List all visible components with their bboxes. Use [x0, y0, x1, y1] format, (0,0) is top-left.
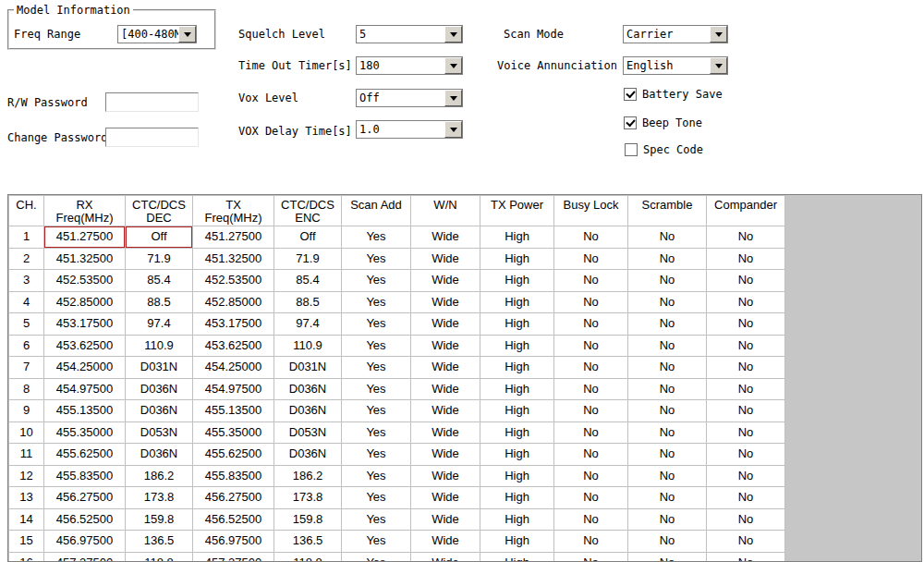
grid-cell[interactable]: No	[554, 444, 628, 466]
grid-cell[interactable]: No	[628, 444, 707, 466]
grid-cell[interactable]: No	[628, 552, 707, 562]
column-header[interactable]: Scan Add	[342, 196, 411, 226]
chevron-down-icon[interactable]	[444, 26, 462, 43]
grid-cell[interactable]: 453.62500	[193, 335, 274, 357]
grid-cell[interactable]: No	[707, 552, 785, 562]
grid-cell[interactable]: 118.8	[126, 552, 193, 562]
grid-cell[interactable]: No	[554, 400, 628, 422]
grid-cell[interactable]: High	[480, 508, 554, 531]
squelch-level-select[interactable]: 5	[356, 25, 463, 43]
grid-cell[interactable]: No	[707, 531, 785, 553]
grid-cell[interactable]: High	[480, 552, 554, 562]
grid-cell[interactable]: Wide	[411, 291, 480, 313]
grid-cell[interactable]: No	[554, 531, 628, 553]
row-header[interactable]: 16	[9, 552, 44, 562]
grid-cell[interactable]: No	[554, 552, 628, 562]
grid-cell[interactable]: No	[707, 400, 785, 422]
grid-cell[interactable]: Wide	[411, 248, 480, 270]
grid-cell[interactable]: No	[628, 248, 707, 270]
row-header[interactable]: 11	[9, 444, 44, 466]
row-header[interactable]: 13	[9, 487, 44, 509]
grid-cell[interactable]: 451.27500	[44, 226, 126, 249]
grid-cell[interactable]: No	[628, 313, 707, 336]
spec-code-checkbox[interactable]: Spec Code	[625, 143, 703, 156]
grid-cell[interactable]: 455.83500	[44, 465, 126, 487]
column-header[interactable]: CH.	[9, 196, 44, 226]
column-header[interactable]: Busy Lock	[554, 196, 628, 226]
grid-cell[interactable]: D036N	[126, 400, 193, 422]
grid-cell[interactable]: 85.4	[274, 270, 342, 292]
grid-cell[interactable]: D036N	[274, 400, 342, 422]
grid-cell[interactable]: High	[480, 378, 554, 400]
grid-cell[interactable]: Wide	[411, 531, 480, 553]
grid-cell[interactable]: Yes	[342, 508, 411, 531]
change-password-input[interactable]	[105, 128, 199, 147]
grid-cell[interactable]: No	[707, 444, 785, 466]
grid-cell[interactable]: 85.4	[126, 270, 193, 292]
grid-cell[interactable]: 454.97500	[193, 378, 274, 400]
grid-cell[interactable]: No	[707, 465, 785, 487]
grid-cell[interactable]: No	[628, 422, 707, 444]
grid-cell[interactable]: No	[628, 400, 707, 422]
column-header[interactable]: Scramble	[628, 196, 707, 226]
grid-cell[interactable]: High	[480, 531, 554, 553]
grid-cell[interactable]: Wide	[411, 335, 480, 357]
row-header[interactable]: 1	[9, 226, 44, 249]
grid-cell[interactable]: Wide	[411, 552, 480, 562]
grid-cell[interactable]: High	[480, 313, 554, 336]
grid-cell[interactable]: No	[628, 487, 707, 509]
column-header[interactable]: Compander	[707, 196, 785, 226]
chevron-down-icon[interactable]	[710, 26, 727, 43]
grid-cell[interactable]: 457.37500	[193, 552, 274, 562]
grid-cell[interactable]: High	[480, 400, 554, 422]
grid-cell[interactable]: 110.9	[274, 335, 342, 357]
grid-cell[interactable]: No	[707, 378, 785, 400]
grid-cell[interactable]: High	[480, 465, 554, 487]
chevron-down-icon[interactable]	[178, 26, 196, 43]
grid-cell[interactable]: No	[554, 508, 628, 531]
grid-cell[interactable]: 454.97500	[44, 378, 126, 400]
row-header[interactable]: 2	[9, 248, 44, 270]
row-header[interactable]: 14	[9, 508, 44, 531]
row-header[interactable]: 12	[9, 465, 44, 487]
grid-cell[interactable]: No	[628, 270, 707, 292]
grid-cell[interactable]: No	[707, 313, 785, 336]
grid-cell[interactable]: Wide	[411, 400, 480, 422]
grid-cell[interactable]: 97.4	[274, 313, 342, 336]
grid-cell[interactable]: 159.8	[126, 508, 193, 531]
grid-cell[interactable]: Yes	[342, 400, 411, 422]
grid-cell[interactable]: Wide	[411, 444, 480, 466]
column-header[interactable]: TX Power	[480, 196, 554, 226]
grid-cell[interactable]: D053N	[274, 422, 342, 444]
battery-save-checkbox[interactable]: Battery Save	[624, 88, 723, 101]
grid-cell[interactable]: No	[628, 508, 707, 531]
vox-delay-time-select[interactable]: 1.0	[356, 120, 463, 139]
grid-cell[interactable]: Yes	[342, 487, 411, 509]
grid-cell[interactable]: No	[628, 291, 707, 313]
grid-cell[interactable]: 453.17500	[193, 313, 274, 336]
grid-cell[interactable]: 451.32500	[44, 248, 126, 270]
grid-cell[interactable]: No	[628, 226, 707, 249]
grid-cell[interactable]: No	[707, 291, 785, 313]
grid-cell[interactable]: 110.9	[126, 335, 193, 357]
grid-cell[interactable]: 456.52500	[44, 508, 126, 531]
grid-cell[interactable]: High	[480, 270, 554, 292]
grid-cell[interactable]: High	[480, 357, 554, 379]
grid-cell[interactable]: No	[554, 226, 628, 249]
row-header[interactable]: 15	[9, 531, 44, 553]
vox-level-select[interactable]: Off	[356, 89, 463, 107]
grid-cell[interactable]: No	[554, 357, 628, 379]
grid-cell[interactable]: Wide	[411, 357, 480, 379]
grid-cell[interactable]: Yes	[342, 444, 411, 466]
grid-cell[interactable]: No	[707, 487, 785, 509]
grid-cell[interactable]: 455.35000	[193, 422, 274, 444]
grid-cell[interactable]: No	[554, 313, 628, 336]
grid-cell[interactable]: 451.32500	[193, 248, 274, 270]
grid-cell[interactable]: Yes	[342, 422, 411, 444]
grid-cell[interactable]: No	[707, 508, 785, 531]
grid-cell[interactable]: Wide	[411, 270, 480, 292]
column-header[interactable]: W/N	[411, 196, 480, 226]
grid-cell[interactable]: Yes	[342, 357, 411, 379]
grid-cell[interactable]: 456.97500	[44, 531, 126, 553]
grid-cell[interactable]: No	[707, 270, 785, 292]
